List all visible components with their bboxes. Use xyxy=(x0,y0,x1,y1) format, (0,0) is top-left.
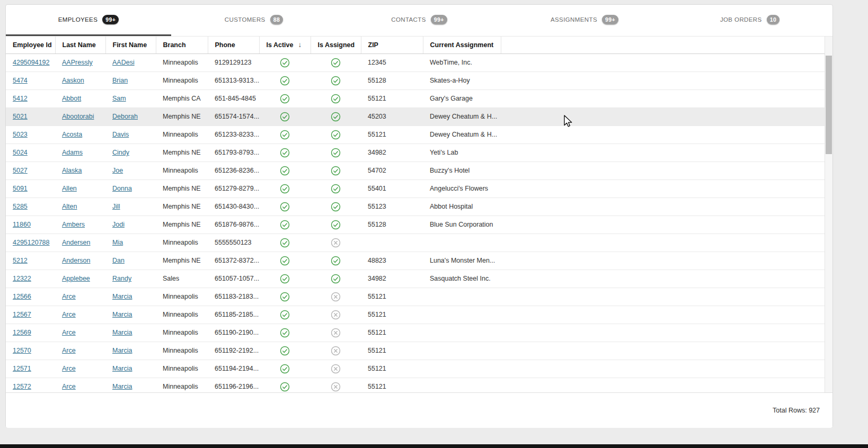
last-name-link[interactable]: Anderson xyxy=(62,257,91,264)
tab-employees[interactable]: EMPLOYEES99+ xyxy=(6,5,171,36)
last-name-link[interactable]: Applebee xyxy=(62,275,90,282)
last-name-link[interactable]: Alten xyxy=(62,203,77,210)
table-row[interactable]: 12322ApplebeeRandySales651057-1057...349… xyxy=(6,270,826,288)
current-assignment-cell: Abbot Hospital xyxy=(423,198,501,216)
last-name-link[interactable]: Arce xyxy=(62,365,76,372)
first-name-link[interactable]: Marcia xyxy=(112,365,132,372)
check-circle-icon xyxy=(280,184,290,194)
employee-id-link[interactable]: 5212 xyxy=(13,257,28,264)
table-row[interactable]: 4295120788AndersenMiaMinneapolis55555501… xyxy=(6,234,826,252)
tab-job-orders[interactable]: JOB ORDERS10 xyxy=(667,5,832,36)
first-name-link[interactable]: Cindy xyxy=(112,149,129,156)
employee-id-link[interactable]: 12569 xyxy=(13,329,31,336)
table-row[interactable]: 5021AbootorabiDeborahMemphis NE651574-15… xyxy=(6,107,826,126)
last-name-link[interactable]: Andersen xyxy=(62,239,91,246)
table-row[interactable]: 5023AcostaDavisMinneapolis651233-8233...… xyxy=(6,126,826,144)
last-name-link[interactable]: Arce xyxy=(62,347,76,354)
employee-id-link[interactable]: 5285 xyxy=(13,203,28,210)
first-name-link[interactable]: Jodi xyxy=(112,221,125,228)
first-name-link[interactable]: Brian xyxy=(112,77,128,84)
first-name-link[interactable]: Deborah xyxy=(112,113,138,120)
column-header-is-assigned[interactable]: Is Assigned xyxy=(311,37,361,53)
last-name-link[interactable]: Ambers xyxy=(62,221,85,228)
column-header-employee-id[interactable]: Employee Id xyxy=(6,37,55,53)
table-row[interactable]: 5027AlaskaJoeMinneapolis651236-8236...54… xyxy=(6,162,826,180)
employee-id-link[interactable]: 12566 xyxy=(13,293,31,300)
table-row[interactable]: 5091AllenDonnaMemphis NE651279-8279...55… xyxy=(6,180,826,198)
table-row[interactable]: 5412AbbottSamMemphis CA651-845-484555121… xyxy=(6,89,826,107)
employee-id-link[interactable]: 4295120788 xyxy=(13,239,50,246)
last-name-link[interactable]: Arce xyxy=(62,383,76,390)
employee-id-link[interactable]: 4295094192 xyxy=(13,59,50,66)
first-name-link[interactable]: Marcia xyxy=(112,383,132,390)
first-name-link[interactable]: Marcia xyxy=(112,293,132,300)
branch-cell: Memphis NE xyxy=(156,216,208,234)
last-name-link[interactable]: Arce xyxy=(62,311,76,318)
first-name-link[interactable]: Donna xyxy=(112,185,132,192)
employee-id-link[interactable]: 5091 xyxy=(13,185,28,192)
employee-id-link[interactable]: 12567 xyxy=(13,311,31,318)
last-name-link[interactable]: Aaskon xyxy=(62,77,84,84)
column-header-is-active[interactable]: Is Active↓ xyxy=(259,37,311,53)
table-row[interactable]: 12566ArceMarciaMinneapolis651183-2183...… xyxy=(6,288,826,306)
employee-id-link[interactable]: 12572 xyxy=(13,383,31,390)
employee-id-link[interactable]: 5027 xyxy=(13,167,28,174)
table-row[interactable]: 5212AndersonDanMemphis NE651372-8372...4… xyxy=(6,252,826,270)
first-name-link[interactable]: Dan xyxy=(112,257,125,264)
column-header-branch[interactable]: Branch xyxy=(156,37,208,53)
zip-cell: 48823 xyxy=(361,252,423,270)
last-name-link[interactable]: Adams xyxy=(62,149,83,156)
column-header-zip[interactable]: ZIP xyxy=(361,37,423,53)
table-row[interactable]: 12571ArceMarciaMinneapolis651194-2194...… xyxy=(6,360,826,378)
employee-id-link[interactable]: 5474 xyxy=(13,77,28,84)
column-header-first-name[interactable]: First Name xyxy=(105,37,156,53)
first-name-link[interactable]: AADesi xyxy=(112,59,135,66)
employee-id-link[interactable]: 12571 xyxy=(13,365,31,372)
column-header-current-assignment[interactable]: Current Assignment xyxy=(423,37,501,53)
table-row[interactable]: 12570ArceMarciaMinneapolis651192-2192...… xyxy=(6,342,826,360)
last-name-link[interactable]: Allen xyxy=(62,185,77,192)
first-name-link[interactable]: Joe xyxy=(112,167,123,174)
phone-cell: 651279-8279... xyxy=(208,180,259,198)
last-name-link[interactable]: Arce xyxy=(62,293,76,300)
table-row[interactable]: 11860AmbersJodiMemphis NE651876-9876...5… xyxy=(6,216,826,234)
first-name-link[interactable]: Jill xyxy=(112,203,120,210)
column-header-phone[interactable]: Phone xyxy=(208,37,259,53)
x-circle-icon xyxy=(331,292,341,302)
employee-id-link[interactable]: 5412 xyxy=(13,95,28,102)
table-row[interactable]: 12572ArceMarciaMinneapolis651196-2196...… xyxy=(6,378,826,392)
first-name-link[interactable]: Sam xyxy=(112,95,126,102)
table-row[interactable]: 5474AaskonBrianMinneapolis651313-9313...… xyxy=(6,71,826,89)
employee-id-link[interactable]: 5021 xyxy=(13,113,28,120)
vertical-scrollbar[interactable] xyxy=(825,37,832,392)
branch-cell: Minneapolis xyxy=(156,378,208,392)
employee-id-link[interactable]: 5023 xyxy=(13,131,28,138)
column-header-last-name[interactable]: Last Name xyxy=(55,37,105,53)
table-row[interactable]: 5285AltenJillMemphis NE651430-8430...551… xyxy=(6,198,826,216)
first-name-link[interactable]: Marcia xyxy=(112,311,132,318)
tab-customers[interactable]: CUSTOMERS88 xyxy=(171,5,336,36)
first-name-link[interactable]: Marcia xyxy=(112,329,132,336)
last-name-link[interactable]: Acosta xyxy=(62,131,82,138)
tab-contacts[interactable]: CONTACTS99+ xyxy=(336,5,502,36)
scrollbar-thumb[interactable] xyxy=(826,56,832,154)
employee-id-link[interactable]: 12322 xyxy=(13,275,31,282)
last-name-link[interactable]: Abootorabi xyxy=(62,113,94,120)
employee-id-link[interactable]: 5024 xyxy=(13,149,28,156)
last-name-link[interactable]: AAPressly xyxy=(62,59,93,66)
table-row[interactable]: 5024AdamsCindyMemphis NE651793-8793...34… xyxy=(6,144,826,162)
last-name-link[interactable]: Arce xyxy=(62,329,76,336)
last-name-link[interactable]: Abbott xyxy=(62,95,81,102)
table-row[interactable]: 4295094192AAPresslyAADesiMinneapolis9129… xyxy=(6,53,826,71)
first-name-link[interactable]: Marcia xyxy=(112,347,132,354)
table-row[interactable]: 12569ArceMarciaMinneapolis651190-2190...… xyxy=(6,324,826,342)
employee-id-link[interactable]: 11860 xyxy=(13,221,31,228)
first-name-link[interactable]: Randy xyxy=(112,275,131,282)
phone-cell: 651793-8793... xyxy=(208,144,259,162)
last-name-link[interactable]: Alaska xyxy=(62,167,82,174)
table-row[interactable]: 12567ArceMarciaMinneapolis651185-2185...… xyxy=(6,306,826,324)
first-name-link[interactable]: Mia xyxy=(112,239,123,246)
employee-id-link[interactable]: 12570 xyxy=(13,347,31,354)
first-name-link[interactable]: Davis xyxy=(112,131,129,138)
tab-assignments[interactable]: ASSIGNMENTS99+ xyxy=(502,5,667,36)
